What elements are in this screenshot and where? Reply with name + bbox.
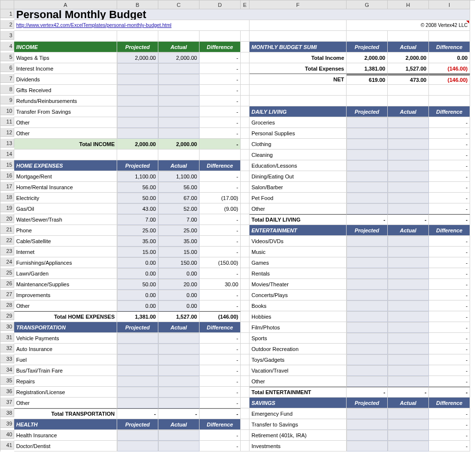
projected-cell[interactable] [347, 268, 388, 279]
projected-cell[interactable] [117, 365, 158, 376]
projected-cell[interactable] [347, 128, 388, 139]
actual-cell[interactable] [158, 344, 200, 354]
row-label[interactable]: Concerts/Plays [250, 290, 347, 301]
row-header[interactable]: 36 [0, 387, 14, 396]
col-header[interactable]: I [429, 0, 470, 9]
row-label[interactable]: Film/Photos [250, 322, 347, 333]
row-label[interactable]: Vacation/Travel [250, 365, 347, 376]
row-header[interactable]: 8 [0, 85, 14, 94]
row-label[interactable]: Toys/Gadgets [250, 354, 347, 365]
row-header[interactable]: 16 [0, 171, 14, 180]
row-header[interactable]: 41 [0, 441, 14, 450]
actual-cell[interactable] [388, 301, 429, 311]
actual-cell[interactable] [388, 160, 429, 171]
actual-cell[interactable] [158, 430, 200, 441]
actual-cell[interactable]: 15.00 [158, 247, 200, 257]
col-header[interactable]: D [200, 0, 241, 9]
projected-cell[interactable] [117, 344, 158, 354]
row-label[interactable]: Rentals [250, 268, 347, 279]
row-header[interactable]: 33 [0, 354, 14, 363]
row-label[interactable]: Investments [250, 441, 347, 451]
actual-cell[interactable] [388, 128, 429, 139]
row-label[interactable]: Music [250, 247, 347, 257]
row-label[interactable]: Interest Income [14, 63, 117, 74]
row-label[interactable]: Cable/Satellite [14, 236, 117, 247]
row-label[interactable]: Education/Lessons [250, 160, 347, 171]
projected-cell[interactable] [347, 290, 388, 301]
projected-cell[interactable] [117, 63, 158, 74]
projected-cell[interactable] [347, 247, 388, 257]
actual-cell[interactable] [388, 333, 429, 344]
actual-cell[interactable] [388, 139, 429, 150]
col-header[interactable]: E [241, 0, 250, 9]
projected-cell[interactable] [347, 365, 388, 376]
projected-cell[interactable] [347, 441, 388, 451]
projected-cell[interactable] [347, 311, 388, 322]
actual-cell[interactable]: 67.00 [158, 193, 200, 203]
actual-cell[interactable] [388, 441, 429, 451]
projected-cell[interactable] [347, 430, 388, 441]
row-header[interactable]: 17 [0, 182, 14, 191]
row-label[interactable]: Other [14, 128, 117, 139]
actual-cell[interactable]: 2,000.00 [158, 52, 200, 63]
row-header[interactable]: 27 [0, 290, 14, 299]
row-label[interactable]: Water/Sewer/Trash [14, 214, 117, 225]
row-header[interactable]: 9 [0, 96, 14, 104]
actual-cell[interactable] [388, 268, 429, 279]
row-header[interactable]: 19 [0, 203, 14, 212]
projected-cell[interactable] [117, 376, 158, 387]
row-label[interactable]: Cleaning [250, 150, 347, 160]
row-header[interactable]: 7 [0, 74, 14, 83]
projected-cell[interactable] [347, 193, 388, 203]
projected-cell[interactable] [347, 322, 388, 333]
row-label[interactable]: Retirement (401k, IRA) [250, 430, 347, 441]
row-label[interactable]: Doctor/Dentist [14, 441, 117, 451]
actual-cell[interactable]: 25.00 [158, 225, 200, 236]
projected-cell[interactable] [347, 171, 388, 182]
projected-cell[interactable]: 0.00 [117, 268, 158, 279]
row-header[interactable]: 40 [0, 430, 14, 439]
projected-cell[interactable]: 0.00 [117, 301, 158, 311]
projected-cell[interactable]: 50.00 [117, 279, 158, 290]
actual-cell[interactable] [388, 430, 429, 441]
actual-cell[interactable] [158, 63, 200, 74]
actual-cell[interactable]: 0.00 [158, 301, 200, 311]
row-label[interactable]: Health Insurance [14, 430, 117, 441]
row-header[interactable]: 24 [0, 257, 14, 266]
actual-cell[interactable] [388, 419, 429, 430]
row-label[interactable]: Videos/DVDs [250, 236, 347, 247]
actual-cell[interactable] [158, 387, 200, 398]
projected-cell[interactable]: 25.00 [117, 225, 158, 236]
actual-cell[interactable]: 35.00 [158, 236, 200, 247]
actual-cell[interactable] [388, 279, 429, 290]
projected-cell[interactable]: 43.00 [117, 203, 158, 214]
projected-cell[interactable] [347, 139, 388, 150]
row-header[interactable]: 6 [0, 63, 14, 72]
projected-cell[interactable] [117, 96, 158, 106]
row-label[interactable]: Mortgage/Rent [14, 171, 117, 182]
row-header[interactable]: 34 [0, 365, 14, 374]
row-label[interactable]: Lawn/Garden [14, 268, 117, 279]
actual-cell[interactable] [158, 354, 200, 365]
projected-cell[interactable]: 15.00 [117, 247, 158, 257]
row-header[interactable]: 4 [0, 42, 14, 50]
actual-cell[interactable] [388, 257, 429, 268]
projected-cell[interactable]: 7.00 [117, 214, 158, 225]
actual-cell[interactable] [158, 74, 200, 85]
projected-cell[interactable] [347, 419, 388, 430]
row-label[interactable]: Bus/Taxi/Train Fare [14, 365, 117, 376]
projected-cell[interactable]: 0.00 [117, 290, 158, 301]
projected-cell[interactable] [117, 354, 158, 365]
actual-cell[interactable] [388, 376, 429, 387]
row-label[interactable]: Home/Rental Insurance [14, 182, 117, 193]
row-header[interactable]: 21 [0, 225, 14, 234]
actual-cell[interactable] [388, 408, 429, 419]
row-header[interactable]: 1 [0, 9, 14, 18]
row-header[interactable]: 29 [0, 311, 14, 320]
row-header[interactable]: 35 [0, 376, 14, 385]
row-label[interactable]: Other [14, 301, 117, 311]
row-label[interactable]: Other [14, 117, 117, 128]
row-label[interactable]: Pet Food [250, 193, 347, 203]
row-header[interactable]: 3 [0, 31, 14, 40]
row-label[interactable]: Phone [14, 225, 117, 236]
